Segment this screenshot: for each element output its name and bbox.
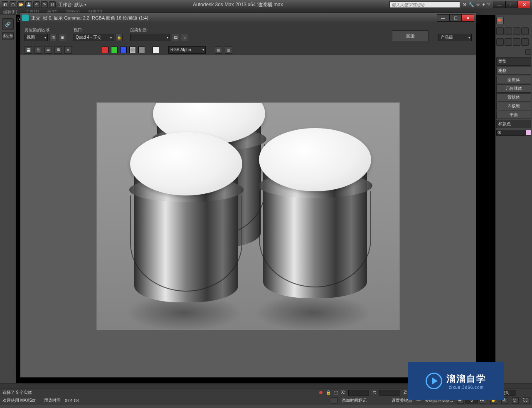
- undo-icon[interactable]: ↶: [33, 1, 40, 8]
- toggle-a-icon[interactable]: ▤: [215, 46, 222, 54]
- channel-mono-icon[interactable]: [138, 47, 145, 53]
- render-titlebar[interactable]: 正交, 帧 0, 显示 Gamma: 2.2, RGBA 颜色 16 位/通道 …: [20, 13, 476, 23]
- render-button[interactable]: 渲染: [392, 30, 429, 41]
- maximize-vp-icon[interactable]: ⛶: [523, 397, 530, 404]
- region2-icon[interactable]: ▣: [59, 34, 66, 41]
- menu-item[interactable]: 编辑(E): [3, 9, 17, 15]
- channel-green-icon[interactable]: [111, 47, 118, 53]
- record-marker-icon[interactable]: [319, 391, 323, 394]
- motion-tab-icon[interactable]: [521, 27, 529, 35]
- viewport-dropdown[interactable]: Quad 4 - 正交: [74, 34, 113, 41]
- color-swatch[interactable]: [525, 130, 531, 136]
- save-icon[interactable]: 💾: [25, 1, 32, 8]
- area-dropdown[interactable]: 视图: [25, 34, 48, 41]
- preset-dropdown[interactable]: ----------------------: [130, 34, 170, 41]
- toggle-b-icon[interactable]: ▥: [225, 46, 232, 54]
- region-icon[interactable]: ◫: [49, 34, 57, 41]
- help-icon[interactable]: ?: [487, 2, 490, 7]
- render-canvas[interactable]: [20, 55, 476, 377]
- geom-icon[interactable]: [496, 38, 504, 46]
- app-title: Autodesk 3ds Max 2013 x64 油漆桶.max: [86, 1, 389, 8]
- copy-image-icon[interactable]: ⎘: [34, 46, 42, 54]
- wrench-icon[interactable]: 🔧: [468, 2, 474, 7]
- type-header: 类型: [496, 57, 531, 66]
- render-toolbar-1: 要渲染的区域: 视图 ◫ ▣ 视口: Quad 4 - 正交 🔒 渲染预设: -…: [20, 23, 476, 44]
- prim-button[interactable]: 几何球体: [496, 84, 531, 93]
- prim-button[interactable]: 圆锥体: [496, 76, 531, 84]
- app-titlebar: ◧ ▢ 📂 💾 ↶ ↷ ⛓ 工作台: 默认 ▾ Autodesk 3ds Max…: [0, 0, 532, 9]
- rendered-image: [96, 102, 400, 330]
- preset-label: 渲染预设:: [130, 27, 188, 33]
- render-minimize-button[interactable]: —: [437, 14, 449, 22]
- quality-dropdown[interactable]: 产品级: [438, 34, 472, 41]
- link-tool-icon[interactable]: 🔗: [2, 18, 14, 30]
- create-tab-icon[interactable]: [496, 27, 504, 35]
- x-field[interactable]: [348, 390, 369, 396]
- rollout-pin-icon[interactable]: [525, 49, 531, 55]
- left-toolbar: 🔗 多边形: [0, 15, 16, 383]
- modify-tab-icon[interactable]: [505, 27, 512, 35]
- viewport-label: 视口:: [74, 27, 123, 33]
- link-icon[interactable]: ⛓: [49, 1, 56, 8]
- area-label: 要渲染的区域:: [25, 27, 66, 33]
- search-input[interactable]: [389, 1, 460, 8]
- rendertime-label: 渲染时间: [44, 398, 61, 403]
- color-header: 和颜色: [496, 120, 531, 128]
- render-maximize-button[interactable]: ☐: [449, 14, 462, 22]
- prim-button[interactable]: 四棱锥: [496, 102, 531, 110]
- orbit-icon[interactable]: ⭮: [512, 397, 519, 404]
- minimize-button[interactable]: —: [493, 1, 505, 8]
- new-icon[interactable]: ▢: [10, 1, 16, 8]
- watermark: 溜溜自学 zixue.3d66.com: [408, 362, 504, 400]
- prim-button[interactable]: 管状体: [496, 93, 531, 101]
- cameras-icon[interactable]: [521, 38, 529, 46]
- render-toolbar-2: 💾 ⎘ ⇉ 🖶 ✕ RGB Alpha ▤ ▥: [20, 44, 476, 55]
- render-close-button[interactable]: ✕: [462, 14, 474, 22]
- channel-red-icon[interactable]: [102, 47, 108, 53]
- command-panel: 🫖 类型 栅格 圆锥体 几何球体 管状体 四棱锥 平面 和颜色 体: [495, 15, 532, 383]
- shapes-icon[interactable]: [505, 38, 512, 46]
- y-field[interactable]: [379, 390, 400, 396]
- toolbox-icon[interactable]: ⚒: [463, 2, 467, 7]
- star2-icon[interactable]: ✦: [482, 2, 485, 7]
- hierarchy-tab-icon[interactable]: [513, 27, 520, 35]
- z-label: Z:: [404, 390, 407, 395]
- open-icon[interactable]: 📂: [17, 1, 24, 8]
- prim-button[interactable]: 平面: [496, 111, 531, 119]
- close-button[interactable]: ✕: [518, 1, 530, 8]
- maximize-button[interactable]: ☐: [505, 1, 518, 8]
- addtime-button[interactable]: 添加时间标记: [342, 398, 367, 403]
- bg-swatch[interactable]: [153, 47, 159, 53]
- grid-label[interactable]: 栅格: [496, 67, 531, 75]
- rendertime-value: 0:01:03: [65, 398, 79, 403]
- render-title: 正交, 帧 0, 显示 Gamma: 2.2, RGBA 颜色 16 位/通道 …: [31, 15, 437, 21]
- clear-icon[interactable]: ✕: [64, 46, 72, 54]
- welcome-text: 欢迎使用 MAXScr: [2, 398, 40, 403]
- save-image-icon[interactable]: 💾: [25, 46, 32, 54]
- y-label: Y:: [372, 390, 376, 395]
- teapot-icon[interactable]: 🫖: [496, 17, 504, 24]
- redo-icon[interactable]: ↷: [41, 1, 48, 8]
- channel-dropdown[interactable]: RGB Alpha: [168, 46, 206, 54]
- app-menu-icon[interactable]: ◧: [2, 1, 8, 8]
- watermark-title: 溜溜自学: [446, 373, 486, 385]
- clone-icon[interactable]: ⇉: [44, 46, 52, 54]
- settings-icon[interactable]: ☼: [181, 34, 188, 41]
- channel-blue-icon[interactable]: [120, 47, 127, 53]
- lights-icon[interactable]: [513, 38, 520, 46]
- workspace-label[interactable]: 工作台: 默认: [58, 2, 84, 8]
- render-app-icon: [22, 15, 29, 21]
- poly-label[interactable]: 多边形: [2, 32, 14, 40]
- star-icon[interactable]: ☆: [476, 2, 480, 7]
- watermark-url: zixue.3d66.com: [449, 385, 484, 390]
- play-icon: [426, 373, 442, 389]
- print-icon[interactable]: 🖶: [54, 46, 62, 54]
- setup-icon[interactable]: 🖼: [172, 34, 179, 41]
- render-window: 正交, 帧 0, 显示 Gamma: 2.2, RGBA 颜色 16 位/通道 …: [20, 12, 476, 378]
- selection-status: 选择了 9 个实体: [2, 390, 40, 396]
- tag-icon[interactable]: [331, 397, 337, 404]
- lock-viewport-icon[interactable]: 🔒: [115, 34, 123, 41]
- channel-alpha-icon[interactable]: [129, 47, 136, 53]
- x-label: X:: [341, 390, 345, 395]
